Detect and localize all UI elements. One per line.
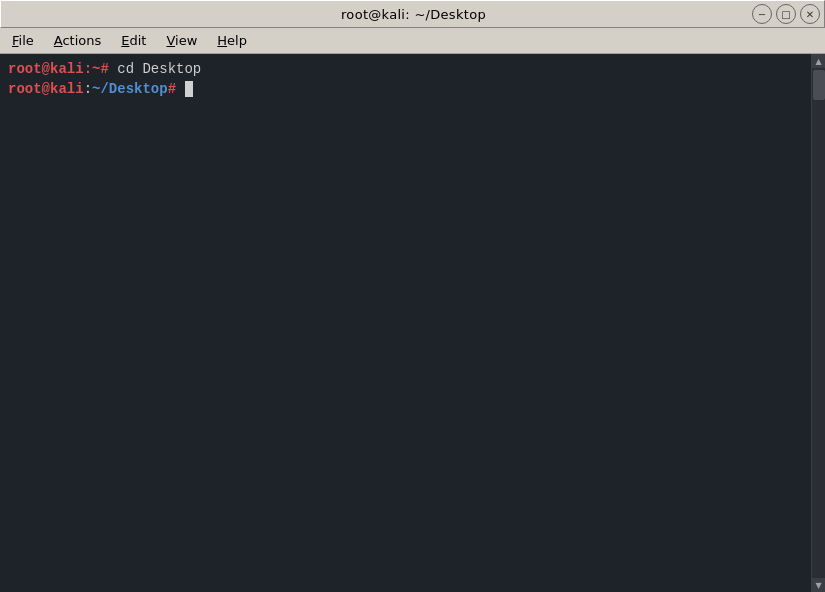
scroll-thumb[interactable] <box>813 70 825 100</box>
menu-bar: File Actions Edit View Help <box>0 28 825 54</box>
menu-file[interactable]: File <box>2 30 44 51</box>
minimize-icon: − <box>758 9 766 20</box>
terminal-wrapper: root@kali:~# cd Desktop root@kali:~/Desk… <box>0 54 825 592</box>
maximize-button[interactable]: □ <box>776 4 796 24</box>
menu-actions[interactable]: Actions <box>44 30 112 51</box>
scroll-down-button[interactable]: ▼ <box>812 578 826 592</box>
terminal-cursor <box>185 81 193 97</box>
prompt-sep-1: :~# <box>84 60 109 80</box>
prompt-path-2: ~/Desktop <box>92 80 168 100</box>
terminal-line-2: root@kali:~/Desktop# <box>8 80 803 100</box>
menu-help[interactable]: Help <box>207 30 257 51</box>
prompt-user-1: root@kali <box>8 60 84 80</box>
menu-edit[interactable]: Edit <box>111 30 156 51</box>
close-icon: ✕ <box>806 9 814 20</box>
menu-view[interactable]: View <box>156 30 207 51</box>
prompt-hash-2: # <box>168 80 176 100</box>
command-1: cd Desktop <box>109 60 201 80</box>
command-2 <box>176 80 184 100</box>
scroll-track[interactable] <box>812 68 825 578</box>
terminal-line-1: root@kali:~# cd Desktop <box>8 60 803 80</box>
window-title: root@kali: ~/Desktop <box>75 7 752 22</box>
scroll-up-button[interactable]: ▲ <box>812 54 826 68</box>
close-button[interactable]: ✕ <box>800 4 820 24</box>
minimize-button[interactable]: − <box>752 4 772 24</box>
terminal-content[interactable]: root@kali:~# cd Desktop root@kali:~/Desk… <box>0 54 811 592</box>
title-bar: root@kali: ~/Desktop − □ ✕ <box>0 0 825 28</box>
window-controls: − □ ✕ <box>752 4 820 24</box>
maximize-icon: □ <box>781 9 790 20</box>
scrollbar: ▲ ▼ <box>811 54 825 592</box>
prompt-colon-2: : <box>84 80 92 100</box>
prompt-user-2: root@kali <box>8 80 84 100</box>
